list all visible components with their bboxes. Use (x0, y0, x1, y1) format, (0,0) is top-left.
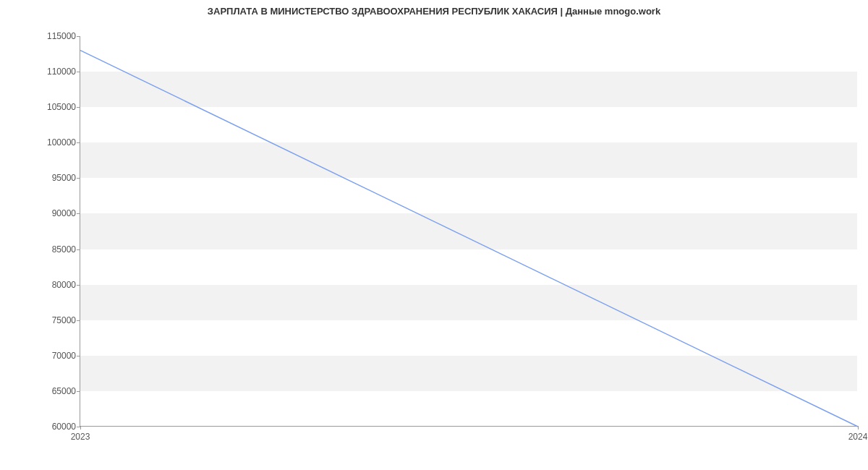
y-axis-tick-label: 100000 (36, 137, 76, 148)
plot-area: 20232024 (80, 36, 857, 427)
y-axis-tick-label: 60000 (36, 422, 76, 432)
x-axis-tick-label: 2023 (71, 432, 90, 442)
y-axis-tick-label: 115000 (36, 31, 76, 41)
y-axis-tick-label: 95000 (36, 173, 76, 183)
y-axis-tick-label: 85000 (36, 244, 76, 255)
x-axis-tick-label: 2024 (848, 432, 868, 442)
x-axis-tick-mark (80, 426, 81, 430)
y-axis-tick-label: 90000 (36, 208, 76, 218)
chart-title: ЗАРПЛАТА В МИНИСТЕРСТВО ЗДРАВООХРАНЕНИЯ … (0, 0, 868, 17)
y-axis-tick-label: 75000 (36, 315, 76, 325)
line-series (80, 36, 857, 426)
x-axis-tick-mark (858, 426, 859, 430)
y-axis-tick-label: 80000 (36, 280, 76, 290)
y-axis-tick-label: 105000 (36, 102, 76, 112)
y-axis-tick-label: 65000 (36, 386, 76, 396)
y-axis-tick-label: 110000 (36, 67, 76, 77)
y-axis-tick-label: 70000 (36, 351, 76, 361)
chart-container: 20232024 6000065000700007500080000850009… (36, 29, 857, 445)
